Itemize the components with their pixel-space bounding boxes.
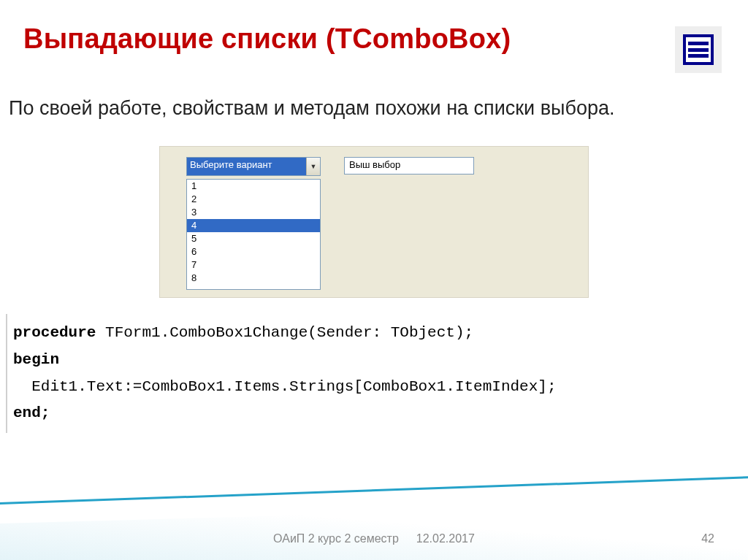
accent-fill bbox=[0, 503, 748, 560]
list-item[interactable]: 6 bbox=[187, 245, 320, 258]
accent-line bbox=[0, 476, 748, 505]
combobox-selected-text: Выберите вариант bbox=[187, 158, 306, 175]
list-item[interactable]: 4 bbox=[187, 219, 320, 232]
code-keyword: procedure bbox=[13, 324, 96, 341]
list-item[interactable]: 7 bbox=[187, 258, 320, 272]
combobox-palette-icon bbox=[675, 26, 722, 73]
footer-course: ОАиП 2 курс 2 семестр bbox=[273, 532, 399, 545]
list-item[interactable]: 2 bbox=[187, 193, 320, 206]
slide-number: 42 bbox=[701, 532, 714, 545]
description-text: По своей работе, свойствам и методам пох… bbox=[9, 96, 733, 121]
code-sample: procedure TForm1.ComboBox1Change(Sender:… bbox=[6, 314, 733, 433]
combobox-icon bbox=[683, 34, 714, 65]
form-panel: Выберите вариант ▼ 1 2 3 4 5 6 7 8 Выш в… bbox=[159, 146, 589, 298]
choice-edit[interactable]: Выш выбор bbox=[344, 157, 474, 174]
list-item[interactable]: 5 bbox=[187, 232, 320, 245]
chevron-down-icon[interactable]: ▼ bbox=[306, 158, 320, 175]
list-item[interactable]: 3 bbox=[187, 206, 320, 219]
combobox-dropdown-list[interactable]: 1 2 3 4 5 6 7 8 bbox=[186, 179, 321, 290]
variant-combobox[interactable]: Выберите вариант ▼ bbox=[186, 157, 321, 176]
slide-title: Выпадающие списки (TComboBox) bbox=[23, 23, 511, 55]
slide-footer: ОАиП 2 курс 2 семестр 12.02.2017 42 bbox=[0, 532, 748, 545]
footer-date: 12.02.2017 bbox=[416, 532, 475, 545]
code-text: Edit1.Text:=ComboBox1.Items.Strings[Comb… bbox=[13, 378, 557, 395]
list-item[interactable]: 8 bbox=[187, 272, 320, 285]
list-item[interactable]: 1 bbox=[187, 180, 320, 193]
code-text: TForm1.ComboBox1Change(Sender: TObject); bbox=[96, 324, 473, 341]
code-keyword: begin bbox=[13, 351, 59, 368]
code-keyword: end; bbox=[13, 404, 50, 421]
